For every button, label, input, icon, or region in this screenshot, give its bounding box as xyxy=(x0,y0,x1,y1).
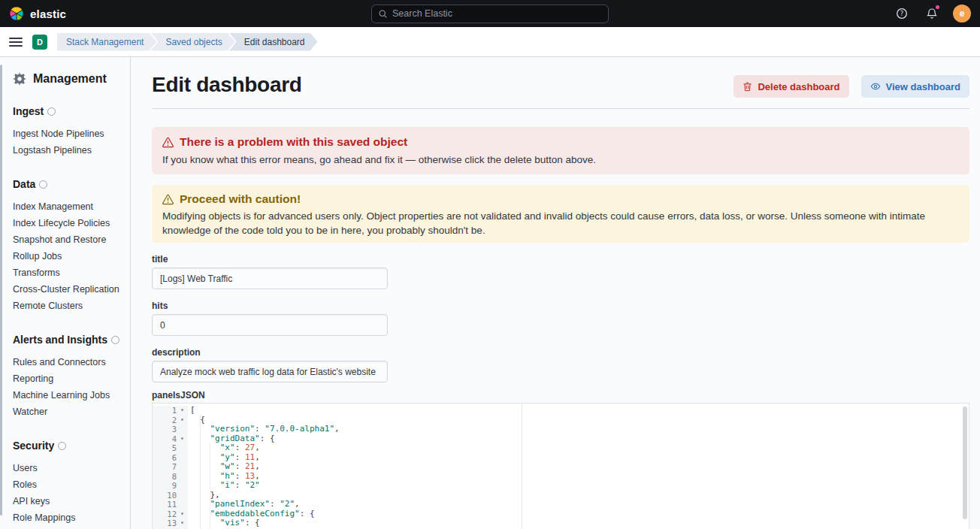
code-fold-toggle-icon[interactable]: ▾ xyxy=(177,434,188,444)
sidebar-item-transforms[interactable]: Transforms xyxy=(13,264,122,281)
code-row: 7 "w": 21, xyxy=(153,462,969,472)
code-fold-toggle-icon[interactable]: ▾ xyxy=(177,518,188,528)
section-help-icon xyxy=(111,336,119,344)
warning-callout-title-row: Proceed with caution! xyxy=(162,192,959,207)
saved-object-form: titlehitsdescription xyxy=(152,254,969,382)
app-body: Management IngestIngest Node PipelinesLo… xyxy=(0,57,980,529)
sidebar-heading-label: Security xyxy=(13,440,54,452)
sidebar-item-remote-clusters[interactable]: Remote Clusters xyxy=(13,298,122,314)
view-dashboard-button[interactable]: View dashboard xyxy=(861,75,969,98)
code-row: 12▾ "embeddableConfig": { xyxy=(153,509,969,519)
field-input-hits[interactable] xyxy=(152,314,388,336)
code-row: 4▾ "gridData": { xyxy=(153,434,969,444)
sidebar-item-api-keys[interactable]: API keys xyxy=(13,493,122,509)
section-help-icon xyxy=(47,107,56,116)
sidebar-heading-label: Ingest xyxy=(13,105,44,118)
code-fold-toggle-icon[interactable]: ▾ xyxy=(177,406,188,416)
sidebar-scrollbar[interactable] xyxy=(0,65,2,515)
field-input-description[interactable] xyxy=(152,361,388,382)
header-actions: ? e xyxy=(893,5,971,23)
menu-hamburger-icon[interactable] xyxy=(9,36,23,48)
sidebar-item-logstash-pipelines[interactable]: Logstash Pipelines xyxy=(13,142,122,159)
sidebar-item-snapshot-and-restore[interactable]: Snapshot and Restore xyxy=(13,231,122,248)
line-number: 8 xyxy=(153,472,177,482)
line-number: 12 xyxy=(153,509,177,519)
field-label-description: description xyxy=(152,347,969,358)
gutter-cell: 5 xyxy=(153,443,188,453)
error-callout-body: If you know what this error means, go ah… xyxy=(162,153,959,167)
editor-scrollbar[interactable] xyxy=(963,407,967,519)
panels-json-editor[interactable]: 1▾[2▾ {3 "version": "7.0.0-alpha1",4▾ "g… xyxy=(152,403,969,529)
sidebar-item-roles[interactable]: Roles xyxy=(13,476,122,493)
line-number: 2 xyxy=(153,416,177,425)
search-icon xyxy=(378,9,388,19)
svg-text:?: ? xyxy=(900,10,904,17)
help-icon[interactable]: ? xyxy=(893,5,911,23)
sidebar-item-watcher[interactable]: Watcher xyxy=(13,404,122,420)
sidebar-item-ingest-node-pipelines[interactable]: Ingest Node Pipelines xyxy=(13,125,122,142)
sidebar-item-rollup-jobs[interactable]: Rollup Jobs xyxy=(13,248,122,264)
line-number: 4 xyxy=(153,434,177,444)
breadcrumb-edit-dashboard: Edit dashboard xyxy=(229,33,318,51)
space-badge[interactable]: D xyxy=(32,35,47,50)
sidebar-item-cross-cluster-replication[interactable]: Cross-Cluster Replication xyxy=(13,281,122,298)
alert-triangle-icon xyxy=(162,194,174,205)
code-row: 1▾[ xyxy=(153,406,969,416)
delete-dashboard-button[interactable]: Delete dashboard xyxy=(733,75,848,98)
breadcrumb-stack-management[interactable]: Stack Management xyxy=(57,33,156,51)
field-group-description: description xyxy=(152,347,969,382)
panels-json-label: panelsJSON xyxy=(152,390,969,401)
error-callout-title-row: There is a problem with this saved objec… xyxy=(162,135,959,150)
sidebar-section-security: SecurityUsersRolesAPI keysRole Mappings xyxy=(13,440,122,526)
page-actions: Delete dashboard View dashboard xyxy=(733,75,969,98)
breadcrumb: Stack ManagementSaved objectsEdit dashbo… xyxy=(57,33,318,51)
breadcrumb-saved-objects[interactable]: Saved objects xyxy=(150,33,234,51)
warning-callout-title: Proceed with caution! xyxy=(180,192,301,207)
sidebar-heading-label: Alerts and Insights xyxy=(13,334,107,346)
eye-icon xyxy=(870,81,881,92)
logo-text: elastic xyxy=(30,8,66,20)
field-group-title: title xyxy=(152,254,969,289)
line-number: 5 xyxy=(153,443,177,453)
sidebar-item-users[interactable]: Users xyxy=(13,460,122,476)
user-avatar[interactable]: e xyxy=(953,5,971,23)
error-callout-title: There is a problem with this saved objec… xyxy=(180,135,407,150)
sidebar-item-role-mappings[interactable]: Role Mappings xyxy=(13,509,122,526)
sidebar-item-machine-learning-jobs[interactable]: Machine Learning Jobs xyxy=(13,387,122,404)
gutter-cell: 13▾ xyxy=(153,518,188,528)
section-help-icon xyxy=(39,180,47,189)
sidebar-heading-security: Security xyxy=(13,440,122,452)
line-number: 6 xyxy=(153,453,177,463)
sidebar-item-rules-and-connectors[interactable]: Rules and Connectors xyxy=(13,354,122,370)
view-dashboard-label: View dashboard xyxy=(886,81,960,92)
search-input[interactable] xyxy=(392,8,602,19)
sidebar-heading-data: Data xyxy=(13,178,122,191)
field-input-title[interactable] xyxy=(152,268,388,289)
code-row: 3 "version": "7.0.0-alpha1", xyxy=(153,425,969,434)
global-search[interactable] xyxy=(371,5,609,23)
code-row: 6 "y": 11, xyxy=(153,453,969,463)
notifications-bell-icon[interactable] xyxy=(923,5,941,23)
code-fold-toggle-icon[interactable]: ▾ xyxy=(177,509,188,519)
gutter-cell: 12▾ xyxy=(153,509,188,519)
sidebar-item-index-management[interactable]: Index Management xyxy=(13,198,122,215)
field-label-title: title xyxy=(152,254,969,265)
gutter-cell: 10 xyxy=(153,491,188,500)
gutter-cell: 8 xyxy=(153,472,188,482)
code-fold-toggle-icon[interactable]: ▾ xyxy=(177,416,188,425)
logo-group[interactable]: elastic xyxy=(9,6,66,21)
sidebar-item-index-lifecycle-policies[interactable]: Index Lifecycle Policies xyxy=(13,215,122,231)
gutter-cell: 1▾ xyxy=(153,406,188,416)
line-number: 9 xyxy=(153,481,177,491)
page-header: Edit dashboard Delete dashboard View das… xyxy=(152,72,969,98)
header-divider xyxy=(152,108,969,109)
sidebar-item-reporting[interactable]: Reporting xyxy=(13,370,122,387)
sidebar-header: Management xyxy=(13,72,122,86)
management-sidebar: Management IngestIngest Node PipelinesLo… xyxy=(0,57,131,529)
code-fold-spacer xyxy=(177,462,188,472)
indent-guide xyxy=(200,415,201,529)
line-number: 1 xyxy=(153,406,177,416)
global-header: elastic ? e xyxy=(0,0,980,27)
gutter-cell: 9 xyxy=(153,481,188,491)
code-fold-spacer xyxy=(177,425,188,434)
